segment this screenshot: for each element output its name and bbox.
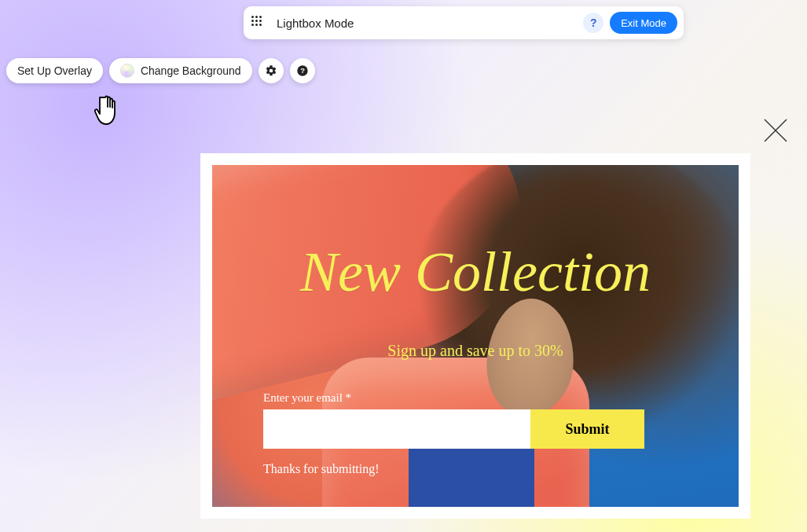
mode-title: Lightbox Mode [277, 17, 583, 30]
help-icon: ? [296, 64, 309, 77]
hand-cursor-icon [94, 93, 126, 129]
email-row: Submit [263, 409, 644, 449]
lightbox-panel: New Collection Sign up and save up to 30… [200, 153, 750, 519]
setup-overlay-button[interactable]: Set Up Overlay [6, 58, 103, 83]
background-swatch-icon [120, 64, 134, 78]
setup-overlay-label: Set Up Overlay [17, 64, 92, 77]
signup-form: Enter your email * Submit [263, 391, 644, 449]
settings-button[interactable] [259, 58, 284, 83]
help-icon[interactable]: ? [583, 13, 603, 33]
thanks-message: Thanks for submitting! [263, 462, 380, 476]
email-label: Enter your email * [263, 391, 644, 405]
action-row: Set Up Overlay Change Background ? [6, 58, 315, 83]
gear-icon [265, 64, 277, 77]
svg-text:?: ? [300, 67, 305, 75]
submit-button[interactable]: Submit [530, 409, 644, 449]
lightbox-subtitle: Sign up and save up to 30% [212, 342, 739, 360]
lightbox-hero-image: New Collection Sign up and save up to 30… [212, 165, 739, 507]
mode-bar: Lightbox Mode ? Exit Mode [244, 6, 684, 39]
change-background-label: Change Background [141, 64, 241, 77]
exit-mode-button[interactable]: Exit Mode [610, 12, 677, 34]
email-field[interactable] [263, 409, 530, 449]
drag-handle-icon[interactable] [251, 16, 266, 30]
change-background-button[interactable]: Change Background [109, 58, 252, 83]
help-button[interactable]: ? [290, 58, 315, 83]
close-icon[interactable] [761, 116, 790, 145]
lightbox-title: New Collection [212, 244, 739, 300]
